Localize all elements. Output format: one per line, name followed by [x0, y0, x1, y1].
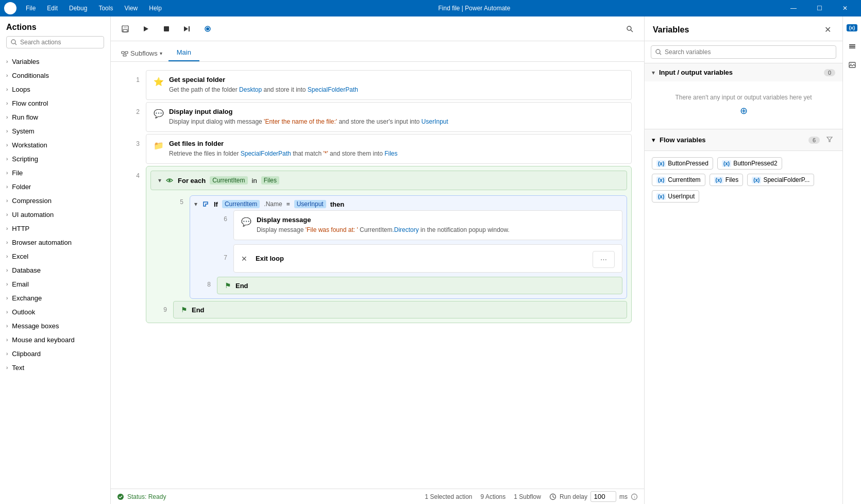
svg-text:i: i [634, 495, 635, 499]
step-card-2[interactable]: 💬 Display input dialog Display input dia… [146, 102, 632, 132]
svg-point-16 [168, 179, 171, 181]
action-item-compression[interactable]: › Compression [0, 194, 110, 208]
step-card-1[interactable]: ⭐ Get special folder Get the path of the… [146, 70, 632, 100]
action-item-flow-control[interactable]: › Flow control [0, 96, 110, 110]
record-icon [204, 25, 211, 32]
step-content-3: Get files in folder Retrieve the files i… [169, 140, 624, 158]
action-item-clipboard[interactable]: › Clipboard [0, 347, 110, 361]
action-item-ui-automation[interactable]: › UI automation [0, 208, 110, 222]
io-add-button[interactable]: ⊕ [653, 105, 834, 116]
variables-search-box[interactable] [651, 45, 836, 59]
action-item-exchange[interactable]: › Exchange [0, 291, 110, 305]
variables-side-button[interactable]: {x} [845, 21, 859, 35]
step-num-2: 2 [123, 102, 140, 115]
menu-view[interactable]: View [119, 3, 143, 14]
if-collapse-icon[interactable]: ▾ [194, 200, 197, 208]
step-num-1: 1 [123, 70, 140, 83]
canvas-search-button[interactable] [621, 21, 638, 37]
foreach-collapse-icon[interactable]: ▾ [158, 177, 161, 184]
var-chip-button-pressed[interactable]: (x) ButtonPressed [652, 157, 713, 170]
chevron-right-icon: › [6, 87, 8, 92]
subflows-button[interactable]: Subflows ▾ [115, 45, 168, 61]
step-card-end-main[interactable]: ⚑ End [173, 301, 627, 318]
action-item-conditionals[interactable]: › Conditionals [0, 69, 110, 82]
status-ready-icon [117, 493, 124, 500]
exit-more-button[interactable]: ⋯ [593, 251, 615, 268]
minimize-button[interactable]: — [782, 0, 805, 16]
var-chip-button-pressed2[interactable]: (x) ButtonPressed2 [717, 157, 782, 170]
action-item-file[interactable]: › File [0, 166, 110, 180]
if-eq-label: = [286, 200, 290, 208]
flow-var-title: Flow variables [660, 136, 804, 144]
var-files: Files [384, 150, 397, 157]
step-card-end-if[interactable]: ⚑ End [217, 277, 622, 294]
current-item-ref: CurrentItem [360, 226, 392, 233]
var-chip-label-special-folder-path: SpecialFolderP... [763, 176, 809, 183]
flow-var-header[interactable]: ▾ Flow variables 6 [645, 129, 842, 151]
menu-help[interactable]: Help [144, 3, 167, 14]
action-item-system[interactable]: › System [0, 124, 110, 138]
menu-debug[interactable]: Debug [64, 3, 92, 14]
chevron-right-icon: › [6, 170, 8, 176]
chevron-right-icon: › [6, 240, 8, 245]
action-item-folder[interactable]: › Folder [0, 180, 110, 194]
var-chip-special-folder-path[interactable]: (x) SpecialFolderP... [747, 174, 814, 186]
menu-edit[interactable]: Edit [42, 3, 63, 14]
chevron-right-icon: › [6, 128, 8, 134]
actions-search-box[interactable] [6, 36, 104, 48]
chevron-right-icon: › [6, 337, 8, 343]
var-chip-user-input[interactable]: (x) UserInput [652, 190, 699, 203]
close-button[interactable]: ✕ [833, 0, 857, 16]
actions-header: Actions [0, 16, 110, 53]
action-item-email[interactable]: › Email [0, 277, 110, 291]
status-ready: Status: Ready [117, 493, 166, 500]
action-item-outlook[interactable]: › Outlook [0, 305, 110, 319]
action-item-database[interactable]: › Database [0, 263, 110, 277]
variables-close-button[interactable]: ✕ [821, 24, 834, 36]
menu-tools[interactable]: Tools [93, 3, 118, 14]
stop-button[interactable] [158, 21, 175, 37]
run-button[interactable] [138, 21, 154, 37]
action-item-mouse-keyboard[interactable]: › Mouse and keyboard [0, 333, 110, 347]
var-desktop: Desktop [239, 86, 262, 93]
layers-side-button[interactable] [845, 39, 859, 54]
action-item-browser-automation[interactable]: › Browser automation [0, 236, 110, 249]
search-actions-input[interactable] [20, 39, 99, 46]
action-item-run-flow[interactable]: › Run flow [0, 110, 110, 124]
action-item-variables[interactable]: › Variables [0, 55, 110, 69]
var-chip-current-item[interactable]: (x) CurrentItem [652, 174, 705, 186]
step-card-display-message[interactable]: 💬 Display message Display message 'File … [233, 210, 622, 240]
action-item-message-boxes[interactable]: › Message boxes [0, 319, 110, 333]
actions-count: 9 Actions [481, 493, 506, 500]
save-button[interactable] [117, 21, 133, 37]
step-card-3[interactable]: 📁 Get files in folder Retrieve the files… [146, 134, 632, 164]
flow-var-filter-button[interactable] [824, 135, 835, 145]
next-button[interactable] [179, 21, 195, 37]
action-item-loops[interactable]: › Loops [0, 82, 110, 96]
run-icon [142, 25, 149, 32]
maximize-button[interactable]: ☐ [807, 0, 831, 16]
action-item-workstation[interactable]: › Workstation [0, 138, 110, 152]
step-card-exit-loop[interactable]: ✕ Exit loop ⋯ [233, 244, 622, 273]
if-header[interactable]: ▾ If CurrentItem .Name = UserInput then [194, 200, 622, 208]
run-delay-input[interactable] [590, 491, 616, 502]
menu-file[interactable]: File [21, 3, 41, 14]
tab-main[interactable]: Main [168, 44, 199, 61]
record-button[interactable] [199, 21, 216, 37]
action-item-text[interactable]: › Text [0, 361, 110, 375]
foreach-header[interactable]: ▾ For each CurrentItem in Files [150, 171, 627, 190]
action-item-scripting[interactable]: › Scripting [0, 152, 110, 166]
image-side-button[interactable] [845, 58, 859, 72]
clock-icon [549, 493, 556, 500]
if-container: ▾ If CurrentItem .Name = UserInput then [190, 195, 627, 299]
action-item-http[interactable]: › HTTP [0, 222, 110, 236]
var-chip-files[interactable]: (x) Files [710, 174, 744, 186]
app-body: Actions › Variables › Conditionals › Loo… [0, 16, 861, 504]
svg-rect-8 [189, 26, 190, 31]
step-num-6: 6 [211, 210, 227, 223]
search-variables-input[interactable] [665, 48, 832, 56]
svg-rect-4 [123, 29, 127, 32]
action-item-excel[interactable]: › Excel [0, 249, 110, 263]
var-chip-label-user-input: UserInput [668, 193, 695, 200]
io-section-header[interactable]: ▾ Input / output variables 0 [645, 63, 842, 81]
